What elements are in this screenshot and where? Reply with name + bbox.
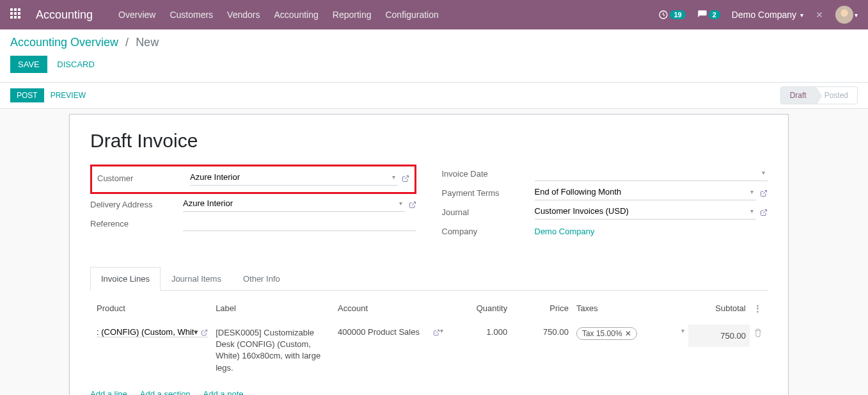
line-price[interactable]: 750.00 [511,325,572,339]
post-button[interactable]: Post [10,88,44,102]
menu-vendors[interactable]: Vendors [227,10,260,20]
preview-button[interactable]: Preview [44,88,92,102]
invoice-date-input[interactable] [535,168,760,177]
delete-line-icon[interactable] [750,325,765,340]
external-link-icon[interactable] [402,173,409,182]
menu-accounting[interactable]: Accounting [274,10,318,20]
status-steps: Draft Posted [780,86,858,104]
col-quantity: Quantity [450,301,511,316]
control-panel: Accounting Overview / New Save Discard [0,29,868,83]
journal-label: Journal [442,207,535,217]
menu-reporting[interactable]: Reporting [333,10,372,20]
menu-customers[interactable]: Customers [170,10,213,20]
remove-tax-icon[interactable]: ✕ [625,329,631,338]
external-link-icon[interactable] [409,200,416,209]
caret-down-icon[interactable]: ▾ [762,169,765,176]
tab-journal-items[interactable]: Journal Items [161,267,232,290]
external-link-icon[interactable] [433,327,440,337]
caret-down-icon[interactable]: ▾ [750,207,754,214]
company-link[interactable]: Demo Company [535,227,595,236]
external-link-icon[interactable] [760,207,768,216]
activities-icon[interactable]: 19 [658,10,685,20]
add-links: Add a line Add a section Add a note [90,389,768,395]
app-brand[interactable]: Accounting [36,8,93,22]
main-navbar: Accounting Overview Customers Vendors Ac… [0,0,868,29]
breadcrumb-root[interactable]: Accounting Overview [10,36,118,49]
payment-terms-field[interactable]: ▾ [535,185,757,200]
messages-badge: 2 [709,10,720,19]
caret-down-icon[interactable]: ▾ [194,327,198,337]
line-subtotal: 750.00 [688,325,750,347]
payment-terms-label: Payment Terms [442,188,535,198]
invoice-date-label: Invoice Date [442,169,535,179]
delivery-label: Delivery Address [90,200,183,209]
reference-input[interactable] [183,218,416,227]
journal-field[interactable]: ▾ [535,204,757,220]
customer-label: Customer [97,173,190,183]
customer-field[interactable]: ▾ [190,170,398,186]
debug-icon[interactable] [815,10,824,19]
line-taxes[interactable]: Tax 15.00% ✕ ▾ [572,325,688,343]
tab-invoice-lines[interactable]: Invoice Lines [90,267,161,291]
col-taxes: Taxes [572,301,688,316]
discard-button[interactable]: Discard [49,56,102,73]
menu-overview[interactable]: Overview [118,10,155,20]
company-switcher[interactable]: Demo Company ▾ [732,10,803,20]
customer-highlight: Customer ▾ [90,165,416,194]
invoice-date-field[interactable]: ▾ [535,166,768,181]
reference-label: Reference [90,219,183,229]
col-product: Product [93,301,212,316]
activities-badge: 19 [670,10,685,19]
payment-terms-input[interactable] [535,187,748,197]
breadcrumb: Accounting Overview / New [10,36,858,49]
breadcrumb-current: New [136,36,159,49]
page-title: Draft Invoice [90,130,768,152]
product-field[interactable]: ▾ [97,327,208,337]
top-menu: Overview Customers Vendors Accounting Re… [118,10,439,20]
status-draft[interactable]: Draft [781,87,816,104]
line-quantity[interactable]: 1.000 [450,325,511,339]
caret-down-icon: ▾ [855,12,858,19]
caret-down-icon[interactable]: ▾ [750,188,754,195]
menu-configuration[interactable]: Configuration [385,10,438,20]
messages-icon[interactable]: 2 [697,10,720,20]
caret-down-icon[interactable]: ▾ [440,327,443,334]
col-subtotal: Subtotal [688,301,750,316]
add-line-link[interactable]: Add a line [90,389,127,395]
delivery-field[interactable]: ▾ [183,197,405,212]
caret-down-icon[interactable]: ▾ [399,200,402,207]
external-link-icon[interactable] [760,188,768,197]
table-options-icon[interactable]: ⋮ [750,301,765,316]
add-section-link[interactable]: Add a section [140,389,191,395]
caret-down-icon: ▾ [800,12,803,19]
tax-tag[interactable]: Tax 15.00% ✕ [576,327,637,340]
line-label[interactable]: [DESK0005] Customizable Desk (CONFIG) (C… [212,325,334,376]
tab-other-info[interactable]: Other Info [232,267,291,290]
delivery-input[interactable] [183,198,397,208]
reference-field[interactable] [183,216,416,231]
col-label: Label [212,301,334,316]
form-view-scroll[interactable]: Draft Invoice Customer ▾ [0,109,858,395]
table-row: ▾ [DESK0005] Customizable Desk (CONFIG) … [90,321,768,380]
save-button[interactable]: Save [10,56,47,73]
company-label: Company [442,227,535,236]
lines-table: Product Label Account Quantity Price Tax… [90,296,768,395]
user-menu[interactable]: ▾ [835,6,858,24]
status-bar: Post Preview Draft Posted [0,83,868,109]
caret-down-icon[interactable]: ▾ [681,327,684,334]
line-account[interactable]: 400000 Product Sales ▾ [334,325,450,339]
journal-input[interactable] [535,206,748,216]
product-input[interactable] [97,327,194,337]
apps-icon[interactable] [10,8,23,21]
form-sheet: Draft Invoice Customer ▾ [69,114,789,395]
avatar [835,6,853,24]
col-price: Price [511,301,572,316]
table-header: Product Label Account Quantity Price Tax… [90,296,768,321]
col-account: Account [334,301,450,316]
add-note-link[interactable]: Add a note [203,389,244,395]
caret-down-icon[interactable]: ▾ [392,173,395,181]
customer-input[interactable] [190,172,390,182]
tab-nav: Invoice Lines Journal Items Other Info [90,267,768,291]
external-link-icon[interactable] [201,327,208,337]
